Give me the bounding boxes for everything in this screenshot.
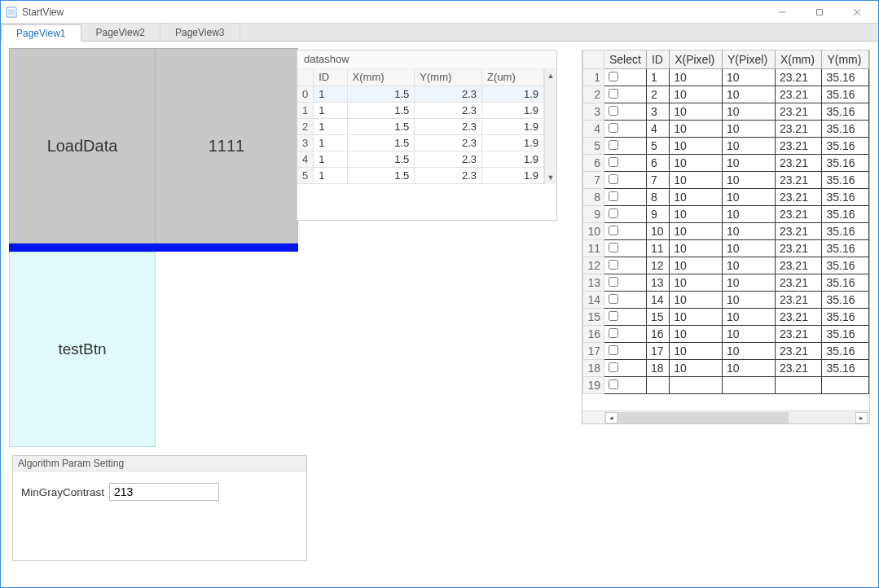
- datashow-cell[interactable]: 1: [314, 151, 347, 167]
- results-select-cell[interactable]: [604, 343, 647, 360]
- results-cell[interactable]: 35.16: [822, 343, 869, 360]
- results-table[interactable]: SelectIDX(Pixel)Y(Pixel)X(mm)Y(mm) 11101…: [582, 50, 869, 394]
- tab-pageview2[interactable]: PageView2: [81, 24, 161, 41]
- results-select-cell[interactable]: [604, 326, 647, 343]
- results-row[interactable]: 22101023.2135.16: [583, 86, 869, 103]
- number-button[interactable]: 1111: [156, 48, 298, 244]
- results-cell[interactable]: 35.16: [822, 292, 869, 309]
- results-cell[interactable]: [723, 377, 776, 394]
- results-cell[interactable]: 35.16: [822, 86, 869, 103]
- results-select-cell[interactable]: [604, 103, 647, 121]
- results-select-checkbox[interactable]: [609, 174, 618, 184]
- datashow-row[interactable]: 411.52.31.9: [297, 151, 544, 167]
- datashow-row[interactable]: 111.52.31.9: [297, 102, 544, 118]
- results-select-checkbox[interactable]: [609, 277, 618, 287]
- results-select-checkbox[interactable]: [609, 260, 618, 270]
- results-cell[interactable]: 10: [723, 138, 776, 155]
- results-cell[interactable]: 10: [723, 189, 776, 206]
- results-select-checkbox[interactable]: [609, 380, 618, 389]
- results-cell[interactable]: 35.16: [822, 172, 869, 189]
- results-cell[interactable]: 10: [723, 103, 776, 121]
- results-cell[interactable]: 10: [670, 292, 723, 309]
- results-select-checkbox[interactable]: [609, 311, 618, 321]
- results-cell[interactable]: 10: [670, 86, 723, 103]
- results-cell[interactable]: 23.21: [775, 206, 822, 223]
- results-select-cell[interactable]: [604, 274, 647, 292]
- results-row[interactable]: 44101023.2135.16: [583, 121, 869, 138]
- results-cell[interactable]: 35.16: [822, 206, 869, 223]
- results-cell[interactable]: 14: [646, 292, 669, 309]
- datashow-cell[interactable]: 1: [314, 167, 347, 183]
- results-select-checkbox[interactable]: [609, 106, 618, 116]
- datashow-cell[interactable]: 1: [314, 134, 347, 151]
- results-cell[interactable]: 10: [670, 155, 723, 172]
- results-cell[interactable]: 10: [723, 206, 776, 223]
- results-cell[interactable]: 23.21: [775, 292, 822, 309]
- results-select-cell[interactable]: [604, 240, 647, 257]
- results-cell[interactable]: 23.21: [775, 138, 822, 155]
- results-cell[interactable]: 4: [646, 121, 669, 138]
- results-row[interactable]: 77101023.2135.16: [583, 172, 869, 189]
- datashow-cell[interactable]: 1.9: [482, 151, 544, 167]
- datashow-cell[interactable]: 1.5: [347, 134, 415, 151]
- close-button[interactable]: [841, 2, 873, 23]
- results-cell[interactable]: 8: [646, 189, 669, 206]
- datashow-cell[interactable]: 2.3: [415, 102, 482, 118]
- results-select-cell[interactable]: [604, 155, 647, 172]
- datashow-row[interactable]: 311.52.31.9: [297, 134, 544, 151]
- results-cell[interactable]: 23.21: [775, 121, 822, 138]
- results-row[interactable]: 99101023.2135.16: [583, 206, 869, 223]
- results-select-cell[interactable]: [604, 377, 647, 394]
- results-cell[interactable]: 23.21: [775, 309, 822, 326]
- results-row[interactable]: 33101023.2135.16: [583, 103, 869, 121]
- datashow-cell[interactable]: 1.5: [347, 167, 415, 183]
- datashow-col-header[interactable]: Y(mm): [415, 69, 482, 86]
- results-cell[interactable]: 35.16: [822, 257, 869, 274]
- results-row[interactable]: 1717101023.2135.16: [583, 343, 869, 360]
- results-cell[interactable]: 10: [723, 69, 776, 86]
- results-select-checkbox[interactable]: [609, 362, 618, 372]
- load-data-button[interactable]: LoadData: [9, 48, 156, 244]
- results-cell[interactable]: 35.16: [822, 274, 869, 292]
- results-cell[interactable]: 10: [670, 274, 723, 292]
- results-cell[interactable]: 35.16: [822, 223, 869, 240]
- results-select-cell[interactable]: [604, 69, 647, 86]
- results-select-cell[interactable]: [604, 189, 647, 206]
- results-cell[interactable]: 23.21: [775, 155, 822, 172]
- results-cell[interactable]: 10: [723, 292, 776, 309]
- results-row[interactable]: 1010101023.2135.16: [583, 223, 869, 240]
- results-cell[interactable]: 23.21: [775, 240, 822, 257]
- results-cell[interactable]: 3: [646, 103, 669, 121]
- results-select-checkbox[interactable]: [609, 140, 618, 150]
- results-cell[interactable]: 23.21: [775, 86, 822, 103]
- test-button[interactable]: testBtn: [9, 252, 156, 447]
- results-cell[interactable]: 35.16: [822, 189, 869, 206]
- datashow-cell[interactable]: 1: [314, 118, 347, 134]
- results-cell[interactable]: 35.16: [822, 326, 869, 343]
- results-cell[interactable]: 10: [723, 155, 776, 172]
- results-cell[interactable]: 13: [646, 274, 669, 292]
- results-row[interactable]: 55101023.2135.16: [583, 138, 869, 155]
- results-cell[interactable]: 10: [670, 309, 723, 326]
- results-cell[interactable]: 10: [670, 360, 723, 377]
- results-select-checkbox[interactable]: [609, 157, 618, 167]
- results-cell[interactable]: 10: [723, 257, 776, 274]
- results-cell[interactable]: 7: [646, 172, 669, 189]
- datashow-cell[interactable]: 2.3: [415, 86, 482, 102]
- scroll-left-icon[interactable]: ◂: [605, 412, 617, 423]
- results-cell[interactable]: 23.21: [775, 223, 822, 240]
- results-cell[interactable]: 18: [646, 360, 669, 377]
- results-select-cell[interactable]: [604, 309, 647, 326]
- results-col-header[interactable]: X(Pixel): [670, 50, 723, 69]
- results-row[interactable]: 66101023.2135.16: [583, 155, 869, 172]
- results-select-checkbox[interactable]: [609, 345, 618, 355]
- datashow-cell[interactable]: 2.3: [415, 118, 482, 134]
- datashow-cell[interactable]: 1.9: [482, 167, 544, 183]
- results-cell[interactable]: 2: [646, 86, 669, 103]
- results-cell[interactable]: 10: [723, 86, 776, 103]
- results-cell[interactable]: 10: [670, 326, 723, 343]
- results-cell[interactable]: 9: [646, 206, 669, 223]
- datashow-row[interactable]: 511.52.31.9: [297, 167, 544, 183]
- results-cell[interactable]: 23.21: [775, 69, 822, 86]
- results-select-cell[interactable]: [604, 138, 647, 155]
